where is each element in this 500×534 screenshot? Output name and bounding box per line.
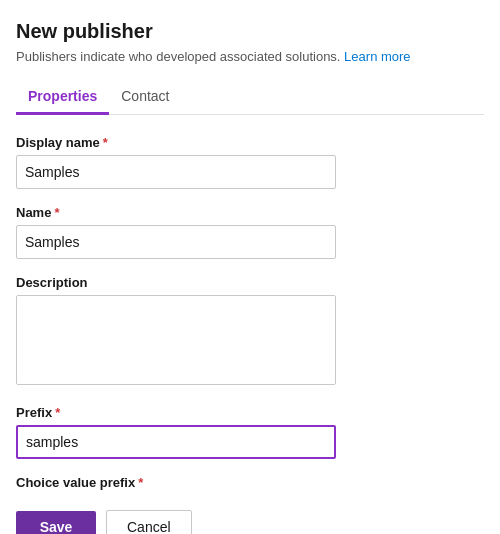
prefix-input[interactable] bbox=[16, 425, 336, 459]
tab-bar: Properties Contact bbox=[16, 80, 484, 115]
name-label: Name * bbox=[16, 205, 484, 220]
cancel-button[interactable]: Cancel bbox=[106, 510, 192, 534]
display-name-label: Display name * bbox=[16, 135, 484, 150]
page-title: New publisher bbox=[16, 20, 484, 43]
name-input[interactable] bbox=[16, 225, 336, 259]
button-row: Save Cancel bbox=[16, 510, 484, 534]
learn-more-link[interactable]: Learn more bbox=[344, 49, 410, 64]
description-input[interactable] bbox=[16, 295, 336, 385]
display-name-field-group: Display name * bbox=[16, 135, 484, 189]
display-name-required: * bbox=[103, 135, 108, 150]
choice-value-prefix-label: Choice value prefix * bbox=[16, 475, 484, 490]
description-field-group: Description bbox=[16, 275, 484, 389]
display-name-input[interactable] bbox=[16, 155, 336, 189]
name-field-group: Name * bbox=[16, 205, 484, 259]
name-required: * bbox=[54, 205, 59, 220]
prefix-required: * bbox=[55, 405, 60, 420]
tab-properties[interactable]: Properties bbox=[16, 80, 109, 115]
prefix-field-group: Prefix * bbox=[16, 405, 484, 459]
tab-contact[interactable]: Contact bbox=[109, 80, 181, 115]
save-button[interactable]: Save bbox=[16, 511, 96, 534]
description-label: Description bbox=[16, 275, 484, 290]
choice-value-prefix-required: * bbox=[138, 475, 143, 490]
page-subtitle: Publishers indicate who developed associ… bbox=[16, 49, 484, 64]
prefix-label: Prefix * bbox=[16, 405, 484, 420]
subtitle-text: Publishers indicate who developed associ… bbox=[16, 49, 340, 64]
choice-value-prefix-field-group: Choice value prefix * bbox=[16, 475, 484, 490]
